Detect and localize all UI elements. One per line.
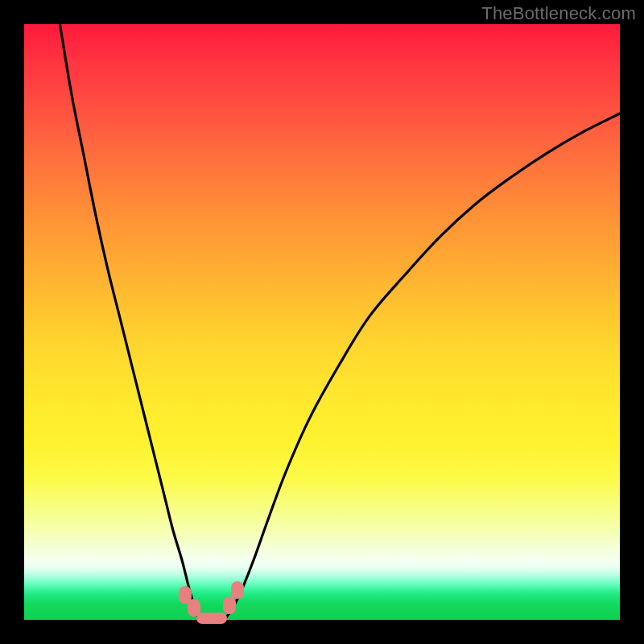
marker-left-blob-high [179,586,192,604]
marker-layer [24,24,620,620]
chart-frame: TheBottleneck.com [0,0,644,644]
marker-right-blob-low [223,597,236,614]
watermark-text: TheBottleneck.com [481,3,636,24]
marker-right-blob-high [231,581,244,599]
plot-area [24,24,620,620]
marker-flat-bottom [196,613,227,624]
